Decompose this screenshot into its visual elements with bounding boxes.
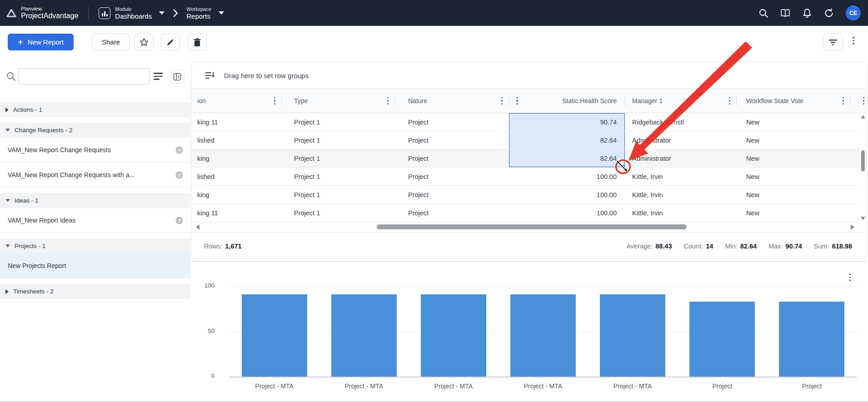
cell-nature[interactable]: Project [395, 186, 509, 203]
cell-type[interactable]: Project 1 [282, 168, 395, 185]
scroll-left-arrow-icon[interactable] [196, 224, 200, 230]
new-report-button[interactable]: + New Report [8, 34, 74, 50]
sidebar-group-change-requests[interactable]: Change Requests - 2 [0, 123, 190, 138]
cell-manager[interactable]: Kittle, Irvin [625, 186, 737, 203]
cell[interactable]: lished [191, 168, 282, 185]
status-average: Average: 88.43 [626, 243, 672, 250]
bell-icon[interactable] [802, 8, 812, 18]
y-axis-tick: 50 [196, 328, 215, 334]
bar-band [319, 286, 409, 377]
cell-vote[interactable]: New [737, 113, 850, 131]
sidebar-group-ideas[interactable]: Ideas - 1 [0, 193, 190, 208]
workspace-selector[interactable]: Workspace Reports [186, 6, 224, 20]
cell-score[interactable]: 100.00 [509, 168, 625, 185]
panel-collapse-icon [173, 73, 181, 81]
edit-button[interactable] [161, 34, 180, 50]
column-header-overflow[interactable] [850, 89, 867, 113]
book-icon[interactable] [780, 8, 790, 18]
cell[interactable]: king [191, 149, 282, 167]
sidebar-item-report[interactable]: VAM_New Report Ideas [0, 208, 190, 233]
share-button[interactable]: Share [92, 34, 130, 50]
search-icon[interactable] [758, 8, 768, 18]
column-header-workflow-state-vote[interactable]: Workflow State Vote [737, 89, 850, 113]
column-header[interactable]: ion [191, 89, 282, 113]
scroll-up-arrow-icon[interactable] [861, 115, 865, 119]
brand[interactable]: Planview. ProjectAdvantage [0, 6, 78, 20]
sidebar-group-actions[interactable]: Actions - 1 [0, 102, 190, 117]
sidebar-search-input[interactable] [18, 68, 150, 84]
bar-band [498, 286, 588, 377]
cell[interactable]: lished [191, 131, 282, 149]
cell[interactable]: king 11 [191, 204, 282, 222]
cell-vote[interactable]: New [737, 186, 850, 203]
column-header-manager-1[interactable]: Manager 1 [625, 89, 737, 113]
module-selector[interactable]: Module Dashboards [99, 6, 165, 20]
sidebar-item-report[interactable]: VAM_New Report Change Requests with a... [0, 163, 190, 188]
cell-type[interactable]: Project 1 [282, 149, 395, 167]
cell-nature[interactable]: Project [395, 131, 509, 149]
table-row: king Project 1 Project 82.64 Administrat… [191, 149, 867, 168]
cell-manager[interactable]: Ridgeback, Ernstl [625, 113, 737, 131]
cell-manager[interactable]: Administrator [625, 131, 737, 149]
column-header-type[interactable]: Type [282, 89, 395, 113]
cell-manager[interactable]: Kittle, Irvin [625, 168, 737, 185]
horizontal-scrollbar[interactable] [191, 222, 861, 232]
x-axis-label: Project [678, 382, 767, 390]
vertical-scrollbar-thumb[interactable] [861, 150, 865, 171]
x-axis-label: Project - MTA [319, 382, 409, 390]
cell-type[interactable]: Project 1 [282, 204, 395, 222]
cell[interactable]: king [191, 186, 282, 203]
cell-score[interactable]: 100.00 [509, 186, 625, 203]
cell-score-selected[interactable]: 82.64 [509, 131, 625, 149]
column-menu-icon[interactable] [843, 97, 844, 105]
refresh-icon[interactable] [824, 8, 834, 18]
row-group-drop-zone[interactable]: Drag here to set row groups [191, 62, 867, 89]
cell-vote[interactable]: New [737, 204, 850, 222]
cell-manager[interactable]: Kittle, Irvin [625, 204, 737, 222]
cell-score-selected[interactable]: 90.74 [509, 113, 625, 131]
list-menu-button[interactable] [154, 70, 165, 82]
column-header-static-health-score[interactable]: Static Health Score [509, 89, 625, 113]
cell-nature[interactable]: Project [395, 168, 509, 185]
delete-button[interactable] [188, 34, 207, 50]
y-axis-tick: 0 [196, 372, 215, 379]
column-menu-icon[interactable] [729, 97, 731, 105]
filter-button[interactable] [823, 34, 843, 50]
column-menu-icon[interactable] [501, 97, 503, 105]
avatar[interactable]: CE [846, 5, 861, 20]
cell-vote[interactable]: New [737, 131, 850, 149]
scroll-down-arrow-icon[interactable] [861, 217, 865, 220]
cell-type[interactable]: Project 1 [282, 131, 395, 149]
cell-manager[interactable]: Administrator [625, 149, 737, 167]
favorite-button[interactable] [135, 34, 154, 50]
column-menu-icon[interactable] [387, 97, 389, 105]
sidebar-item-report[interactable]: VAM_New Report Change Requests [0, 138, 190, 163]
cell-type[interactable]: Project 1 [282, 186, 395, 203]
cell[interactable]: king 11 [191, 113, 282, 131]
sidebar-group-projects[interactable]: Projects - 1 [0, 238, 190, 253]
cell-score[interactable]: 100.00 [509, 204, 625, 222]
column-menu-icon[interactable] [516, 97, 518, 105]
column-menu-icon[interactable] [863, 97, 865, 105]
table-row: king 11 Project 1 Project 90.74 Ridgebac… [191, 113, 867, 131]
scroll-right-arrow-icon[interactable] [851, 224, 854, 230]
cell-vote[interactable]: New [737, 149, 850, 167]
cell-vote[interactable]: New [737, 168, 850, 185]
cell-nature[interactable]: Project [395, 204, 509, 222]
cell-nature[interactable]: Project [395, 149, 509, 167]
cell-score-selected-fill-handle[interactable]: 82.64 [509, 149, 625, 167]
column-header-nature[interactable]: Nature [395, 89, 509, 113]
bar-band [767, 286, 857, 377]
horizontal-scrollbar-thumb[interactable] [377, 224, 687, 229]
sidebar-item-report-selected[interactable]: New Projects Report [0, 253, 190, 278]
cell-nature[interactable]: Project [395, 113, 509, 131]
sidebar-group-timesheets[interactable]: Timesheets - 2 [0, 284, 190, 299]
chart-menu-icon[interactable] [849, 273, 851, 281]
column-menu-icon[interactable] [274, 97, 276, 105]
vertical-scrollbar[interactable] [860, 113, 866, 222]
status-min: Min: 82.64 [725, 243, 757, 250]
collapse-panel-button[interactable] [170, 69, 185, 84]
bar [779, 302, 844, 377]
toolbar-kebab-icon[interactable] [853, 37, 854, 45]
cell-type[interactable]: Project 1 [282, 113, 395, 131]
